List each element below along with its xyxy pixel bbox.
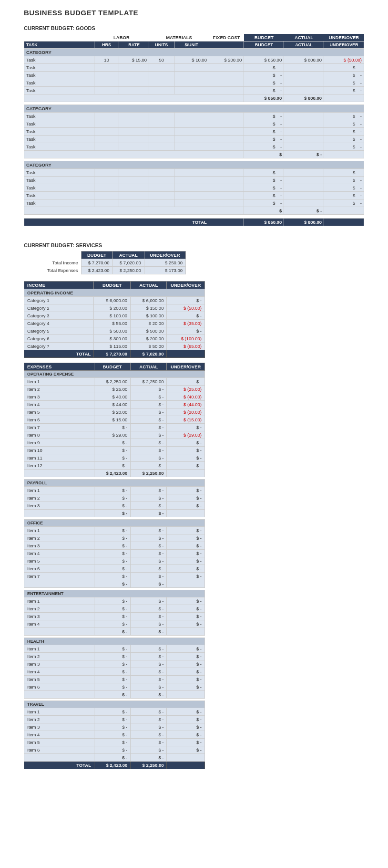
goods-task-row: Task $ - $ - <box>24 184 364 192</box>
goods-task-row: Task 10 $ 15.00 50 $ 10.00 $ 200.00 $ 85… <box>24 56 364 64</box>
page-title: BUSINESS BUDGET TEMPLATE <box>24 9 364 17</box>
summary-row: Total Expenses $ 2,423.00 $ 2,250.00 $ 1… <box>24 267 186 274</box>
income-section-header: OPERATING INCOME <box>24 289 205 297</box>
goods-task-row: Task $ - $ - <box>24 143 364 151</box>
fixed-col-header <box>209 42 244 49</box>
labor-header: LABOR <box>94 34 149 42</box>
expense-section-header: ENTERTAINMENT <box>24 590 205 597</box>
income-item-row: Category 1 $ 6,000.00 $ 6,000.00 $ - <box>24 297 205 304</box>
summary-row: Total Income $ 7,270.00 $ 7,020.00 $ 250… <box>24 259 186 267</box>
expense-item-row: Item 3 $ - $ - $ - <box>24 660 205 668</box>
expense-subtotal-row: $ - $ - <box>24 754 205 762</box>
income-item-row: Category 6 $ 300.00 $ 200.00 $ (100.00) <box>24 335 205 343</box>
goods-subtotal-row: $ $ - <box>24 207 364 215</box>
expense-item-row: Item 2 $ - $ - $ - <box>24 534 205 542</box>
summary-underover-col: UNDER/OVER <box>144 251 185 259</box>
income-item-row: Category 3 $ 100.00 $ 100.00 $ - <box>24 312 205 320</box>
expense-item-row: Item 7 $ - $ - $ - <box>24 424 205 431</box>
underover-col-header: UNDER/OVER <box>324 42 364 49</box>
goods-task-row: Task $ - $ - <box>24 64 364 72</box>
goods-subtotal-row: $ $ - <box>24 151 364 158</box>
expense-item-row: Item 4 $ - $ - $ - <box>24 550 205 557</box>
expense-item-row: Item 12 $ - $ - $ - <box>24 462 205 470</box>
expense-item-row: Item 1 $ 2,250.00 $ 2,250.00 $ - <box>24 378 205 386</box>
expense-item-row: Item 7 $ - $ - $ - <box>24 573 205 580</box>
goods-task-row: Task $ - $ - <box>24 169 364 177</box>
expense-item-row: Item 6 $ 15.00 $ - $ (15.00) <box>24 416 205 424</box>
hrs-col-header: HRS <box>94 42 119 49</box>
expense-item-row: Item 2 $ - $ - $ - <box>24 494 205 502</box>
summary-actual-col: ACTUAL <box>112 251 144 259</box>
income-total-row: TOTAL $ 7,270.00 $ 7,020.00 <box>24 350 205 358</box>
goods-spacer-row-2 <box>24 215 364 219</box>
goods-task-row: Task $ - $ - <box>24 120 364 128</box>
expense-subtotal-row: $ - $ - <box>24 510 205 517</box>
goods-task-row: Task $ - $ - <box>24 87 364 94</box>
income-item-row: Category 5 $ 500.00 $ 500.00 $ - <box>24 327 205 335</box>
goods-category-row: CATEGORY <box>24 161 364 169</box>
expense-item-row: Item 3 $ 40.00 $ - $ (40.00) <box>24 393 205 401</box>
expense-actual-header: ACTUAL <box>131 363 167 371</box>
goods-table: LABOR MATERIALS FIXED COST BUDGET ACTUAL… <box>24 34 364 226</box>
goods-task-row: Task $ - $ - <box>24 136 364 143</box>
expense-item-row: Item 2 $ - $ - $ - <box>24 716 205 723</box>
expense-subtotal-row: $ - $ - <box>24 580 205 588</box>
expense-item-row: Item 2 $ - $ - $ - <box>24 653 205 660</box>
expense-section-header: OPERATING EXPENSE <box>24 371 205 378</box>
income-item-row: Category 2 $ 200.00 $ 150.00 $ (50.00) <box>24 304 205 312</box>
goods-category-row: CATEGORY <box>24 105 364 113</box>
expense-item-row: Item 9 $ - $ - $ - <box>24 439 205 447</box>
expense-subtotal-row: $ - $ - <box>24 628 205 636</box>
expense-main-header: EXPENSES <box>24 363 94 371</box>
budget-col-header: BUDGET <box>244 42 284 49</box>
summary-budget-col: BUDGET <box>81 251 112 259</box>
budget-header: BUDGET <box>244 34 284 42</box>
expense-section-header: HEALTH <box>24 638 205 645</box>
task-col-header: TASK <box>24 42 94 49</box>
expense-item-row: Item 6 $ - $ - $ - <box>24 683 205 691</box>
expense-item-row: Item 1 $ - $ - $ - <box>24 487 205 494</box>
expense-item-row: Item 5 $ - $ - $ - <box>24 676 205 683</box>
expense-item-row: Item 10 $ - $ - $ - <box>24 447 205 454</box>
fixed-cost-header: FIXED COST <box>209 34 244 42</box>
income-item-row: Category 4 $ 55.00 $ 20.00 $ (35.00) <box>24 320 205 327</box>
goods-total-row: TOTAL $ 850.00 $ 800.00 <box>24 219 364 226</box>
actual-header: ACTUAL <box>284 34 324 42</box>
goods-task-row: Task $ - $ - <box>24 177 364 184</box>
expense-budget-header: BUDGET <box>94 363 130 371</box>
goods-task-row: Task $ - $ - <box>24 113 364 120</box>
goods-task-row: Task $ - $ - <box>24 72 364 79</box>
expense-item-row: Item 6 $ - $ - $ - <box>24 565 205 573</box>
expense-total-row: TOTAL $ 2,423.00 $ 2,250.00 <box>24 762 205 769</box>
expense-item-row: Item 1 $ - $ - $ - <box>24 645 205 653</box>
goods-task-row: Task $ - $ - <box>24 128 364 136</box>
income-actual-header: ACTUAL <box>130 282 166 289</box>
expense-item-row: Item 1 $ - $ - $ - <box>24 708 205 716</box>
expense-item-row: Item 4 $ - $ - $ - <box>24 731 205 739</box>
services-summary-table: BUDGET ACTUAL UNDER/OVER Total Income $ … <box>24 251 186 274</box>
expense-subtotal-row: $ - $ - <box>24 691 205 699</box>
expense-item-row: Item 6 $ - $ - $ - <box>24 746 205 754</box>
expense-item-row: Item 1 $ - $ - $ - <box>24 597 205 605</box>
rate-col-header: RATE <box>119 42 149 49</box>
income-underover-header: UNDER/OVER <box>167 282 205 289</box>
expense-item-row: Item 5 $ - $ - $ - <box>24 557 205 565</box>
expense-item-row: Item 1 $ - $ - $ - <box>24 527 205 534</box>
goods-task-row: Task $ - $ - <box>24 79 364 87</box>
services-section-title: CURRENT BUDGET: SERVICES <box>24 242 364 248</box>
expense-underover-header: UNDER/OVER <box>167 363 205 371</box>
expense-table: EXPENSES BUDGET ACTUAL UNDER/OVER OPERAT… <box>24 363 205 769</box>
expense-item-row: Item 5 $ - $ - $ - <box>24 739 205 746</box>
expense-item-row: Item 2 $ - $ - $ - <box>24 605 205 613</box>
income-item-row: Category 7 $ 115.00 $ 50.00 $ (65.00) <box>24 343 205 350</box>
expense-item-row: Item 4 $ - $ - $ - <box>24 620 205 628</box>
income-table: INCOME BUDGET ACTUAL UNDER/OVER OPERATIN… <box>24 281 205 358</box>
underover-header: UNDER/OVER <box>324 34 364 42</box>
goods-task-row: Task $ - $ - <box>24 199 364 207</box>
expense-item-row: Item 3 $ - $ - $ - <box>24 502 205 510</box>
expense-item-row: Item 5 $ 20.00 $ - $ (20.00) <box>24 408 205 416</box>
expense-item-row: Item 3 $ - $ - $ - <box>24 613 205 620</box>
expense-item-row: Item 11 $ - $ - $ - <box>24 454 205 462</box>
units-col-header: UNITS <box>149 42 174 49</box>
expense-item-row: Item 4 $ 44.00 $ - $ (44.00) <box>24 401 205 408</box>
